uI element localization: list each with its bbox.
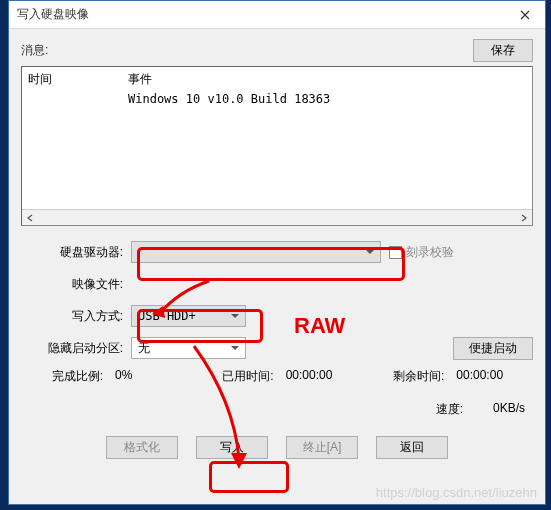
save-button[interactable]: 保存 — [473, 39, 533, 62]
drive-label: 硬盘驱动器: — [21, 244, 131, 261]
watermark: https://blog.csdn.net/liuzehn — [376, 485, 537, 500]
done-label: 完成比例: — [21, 368, 111, 385]
remain-label: 剩余时间: — [362, 368, 452, 385]
log-list[interactable]: 时间 事件 Windows 10 v10.0 Build 18363 — [21, 66, 533, 226]
horizontal-scrollbar[interactable] — [22, 209, 532, 225]
write-button[interactable]: 写入 — [196, 436, 268, 459]
image-label: 映像文件: — [21, 276, 131, 293]
format-button[interactable]: 格式化 — [106, 436, 178, 459]
verify-label: 刻录校验 — [406, 244, 454, 261]
method-label: 写入方式: — [21, 308, 131, 325]
verify-checkbox[interactable] — [389, 246, 402, 259]
easy-boot-button[interactable]: 便捷启动 — [453, 337, 533, 360]
log-event: Windows 10 v10.0 Build 18363 — [128, 92, 330, 106]
dialog-window: 写入硬盘映像 消息: 保存 时间 事件 Windows 10 v10.0 Bui… — [8, 0, 546, 505]
elapsed-value: 00:00:00 — [282, 368, 333, 385]
hidden-label: 隐藏启动分区: — [21, 340, 131, 357]
abort-button[interactable]: 终止[A] — [286, 436, 358, 459]
col-time: 时间 — [28, 71, 128, 88]
log-time — [28, 92, 128, 106]
close-button[interactable] — [505, 1, 545, 29]
info-label: 消息: — [21, 42, 473, 59]
speed-label: 速度: — [436, 401, 463, 418]
dialog-body: 消息: 保存 时间 事件 Windows 10 v10.0 Build 1836… — [9, 29, 545, 467]
hidden-select[interactable]: 无 — [131, 337, 246, 359]
log-row: Windows 10 v10.0 Build 18363 — [28, 92, 526, 106]
drive-select[interactable] — [131, 241, 381, 263]
method-select[interactable]: USB-HDD+ — [131, 305, 246, 327]
hidden-value: 无 — [138, 340, 150, 357]
scroll-left-icon[interactable] — [22, 210, 38, 226]
col-event: 事件 — [128, 71, 152, 88]
remain-value: 00:00:00 — [452, 368, 503, 385]
method-value: USB-HDD+ — [138, 309, 196, 323]
titlebar: 写入硬盘映像 — [9, 1, 545, 29]
speed-value: 0KB/s — [493, 401, 525, 418]
scroll-right-icon[interactable] — [516, 210, 532, 226]
window-title: 写入硬盘映像 — [17, 6, 89, 23]
elapsed-label: 已用时间: — [192, 368, 282, 385]
done-value: 0% — [111, 368, 132, 385]
close-icon — [520, 10, 530, 20]
back-button[interactable]: 返回 — [376, 436, 448, 459]
